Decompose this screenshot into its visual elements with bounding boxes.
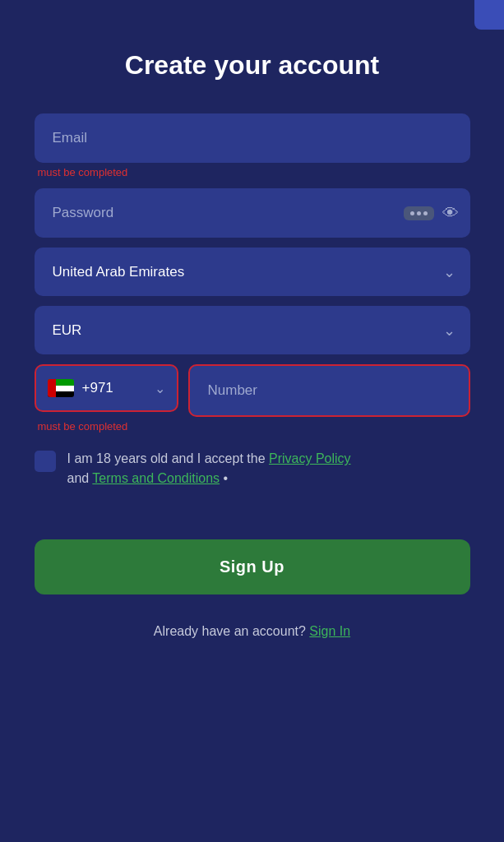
terms-label: I am 18 years old and I accept the Priva…	[67, 449, 351, 488]
phone-country-selector[interactable]: +971 ⌄	[35, 364, 178, 417]
email-error: must be completed	[35, 166, 470, 178]
phone-country-code: +971	[82, 380, 113, 396]
terms-checkbox-row: I am 18 years old and I accept the Priva…	[35, 449, 470, 488]
form-container: must be completed 👁 United Arab Emirates…	[35, 113, 470, 639]
dots-icon[interactable]	[404, 206, 434, 220]
signin-link[interactable]: Sign In	[309, 624, 350, 638]
phone-error: must be completed	[35, 420, 470, 433]
phone-row: +971 ⌄	[35, 364, 470, 417]
password-icons: 👁	[404, 204, 459, 223]
page-title: Create your account	[125, 49, 379, 81]
signup-button[interactable]: Sign Up	[35, 539, 470, 594]
phone-chevron-icon: ⌄	[155, 381, 165, 396]
phone-field-group: +971 ⌄ must be completed	[35, 364, 470, 433]
toggle-password-icon[interactable]: 👁	[442, 204, 459, 223]
terms-checkbox[interactable]	[35, 451, 56, 472]
currency-select-wrapper: EUR USD GBP ⌄	[35, 306, 470, 354]
country-select-wrapper: United Arab Emirates United States Unite…	[35, 248, 470, 296]
signin-row: Already have an account? Sign In	[35, 624, 470, 639]
email-input[interactable]	[35, 113, 470, 163]
privacy-policy-link[interactable]: Privacy Policy	[269, 451, 351, 465]
phone-number-input[interactable]	[188, 364, 470, 417]
email-field-group: must be completed	[35, 113, 470, 178]
country-select[interactable]: United Arab Emirates United States Unite…	[35, 248, 470, 296]
uae-flag	[48, 379, 74, 397]
top-right-badge	[474, 0, 504, 30]
phone-country-inner[interactable]: +971 ⌄	[35, 364, 178, 412]
password-wrapper: 👁	[35, 188, 470, 238]
password-field-group: 👁	[35, 188, 470, 238]
terms-conditions-link[interactable]: Terms and Conditions	[92, 471, 220, 485]
currency-select[interactable]: EUR USD GBP	[35, 306, 470, 354]
